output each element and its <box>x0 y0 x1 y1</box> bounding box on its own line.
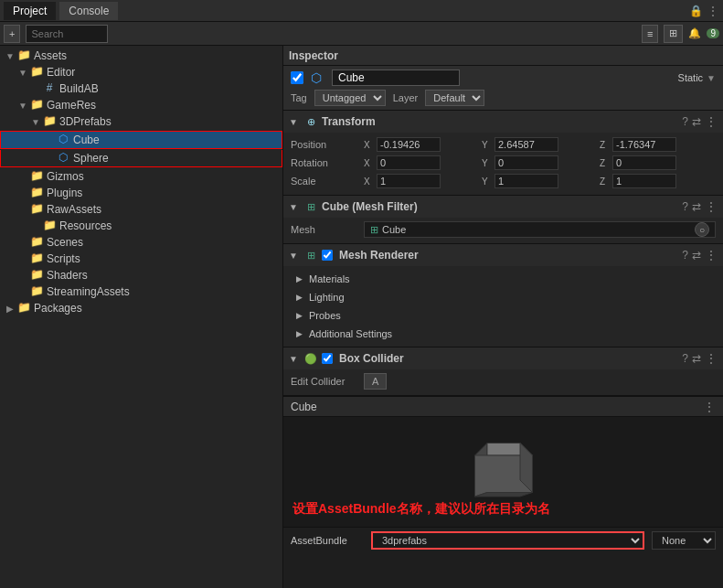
go-active-checkbox[interactable] <box>291 71 303 84</box>
mesh-value: ⊞ Cube ○ <box>364 221 716 238</box>
scripts-label: Scripts <box>47 252 80 265</box>
pos-x-axis: X <box>364 140 375 150</box>
mesh-renderer-help-btn[interactable]: ? <box>682 249 688 262</box>
tree-item-buildab[interactable]: # BuildAB <box>0 80 282 97</box>
box-collider-icon: 🟢 <box>303 351 318 366</box>
tree-item-sphere[interactable]: ⬡ Sphere <box>0 150 282 167</box>
mesh-renderer-enabled-checkbox[interactable] <box>322 250 333 261</box>
tree-item-packages[interactable]: ▶ 📁 Packages <box>0 300 282 316</box>
rot-x-input[interactable] <box>377 155 441 170</box>
tree-item-scenes[interactable]: 📁 Scenes <box>0 234 282 251</box>
folder-icon-gizmos: 📁 <box>29 169 44 184</box>
tree-item-gizmos[interactable]: 📁 Gizmos <box>0 168 282 185</box>
additional-settings-row[interactable]: ▶ Additional Settings <box>291 325 716 343</box>
project-tab[interactable]: Project <box>4 2 56 20</box>
arrow-assets: ▼ <box>4 51 16 61</box>
scale-x-field: X <box>364 174 480 188</box>
mesh-filter-header[interactable]: ▼ ⊞ Cube (Mesh Filter) ? ⇄ ⋮ <box>283 196 723 218</box>
mesh-filter-settings-btn[interactable]: ⇄ <box>692 200 701 213</box>
menu-dots-icon[interactable]: ⋮ <box>707 4 719 18</box>
probes-row[interactable]: ▶ Probes <box>291 306 716 325</box>
edit-collider-btn[interactable]: A <box>364 373 387 390</box>
mesh-renderer-header[interactable]: ▼ ⊞ Mesh Renderer ? ⇄ ⋮ <box>283 244 723 266</box>
tree-item-streamingassets[interactable]: 📁 StreamingAssets <box>0 283 282 300</box>
tree-item-assets[interactable]: ▼ 📁 Assets <box>0 48 282 64</box>
assetbundle-none-dropdown[interactable]: None <box>652 531 716 550</box>
pos-y-input[interactable] <box>494 137 558 152</box>
materials-row[interactable]: ▶ Materials <box>291 270 716 288</box>
search-input[interactable] <box>26 25 108 43</box>
tree-item-resources[interactable]: 📁 Resources <box>0 218 282 234</box>
inspector-header: Inspector <box>283 46 723 66</box>
transform-settings-btn[interactable]: ⇄ <box>692 115 701 128</box>
tree-item-gameres[interactable]: ▼ 📁 GameRes <box>0 97 282 113</box>
go-name-row: ⬡ Static ▼ <box>291 69 716 86</box>
mesh-renderer-settings-btn[interactable]: ⇄ <box>692 249 701 262</box>
rot-y-input[interactable] <box>494 155 558 170</box>
shaders-label: Shaders <box>47 269 88 282</box>
pos-z-input[interactable] <box>612 137 676 152</box>
file-tree: ▼ 📁 Assets ▼ 📁 Editor # BuildAB <box>0 46 282 588</box>
lighting-row[interactable]: ▶ Lighting <box>291 288 716 306</box>
mesh-renderer-menu-icon[interactable]: ⋮ <box>705 248 718 262</box>
transform-help-btn[interactable]: ? <box>682 115 688 128</box>
rot-x-field: X <box>364 155 480 170</box>
static-dropdown-arrow[interactable]: ▼ <box>707 73 716 83</box>
box-collider-header[interactable]: ▼ 🟢 Box Collider ? ⇄ ⋮ <box>283 347 723 369</box>
mesh-renderer-section: ▼ ⊞ Mesh Renderer ? ⇄ ⋮ ▶ Materials ▶ Li <box>283 244 723 347</box>
probes-arrow: ▶ <box>296 311 305 320</box>
box-collider-title: Box Collider <box>339 352 678 365</box>
tree-item-cube[interactable]: ⬡ Cube <box>0 131 282 149</box>
tree-item-rawassets[interactable]: 📁 RawAssets <box>0 201 282 218</box>
layer-dropdown[interactable]: Default <box>425 90 484 106</box>
project-panel: ▼ 📁 Assets ▼ 📁 Editor # BuildAB <box>0 46 283 588</box>
scale-x-axis: X <box>364 176 375 187</box>
box-collider-enabled-checkbox[interactable] <box>322 353 333 364</box>
top-tab-bar: Project Console 🔒 ⋮ <box>0 0 723 22</box>
sort-button[interactable]: ≡ <box>642 25 658 43</box>
position-label: Position <box>291 139 364 150</box>
transform-header[interactable]: ▼ ⊕ Transform ? ⇄ ⋮ <box>283 111 723 133</box>
pos-x-input[interactable] <box>377 137 441 152</box>
mesh-filter-help-btn[interactable]: ? <box>682 200 688 213</box>
rot-z-input[interactable] <box>612 155 676 170</box>
tree-item-plugins[interactable]: 📁 Plugins <box>0 185 282 201</box>
tree-item-scripts[interactable]: 📁 Scripts <box>0 251 282 267</box>
assetbundle-row: AssetBundle 3dprefabs None <box>283 527 723 553</box>
mesh-select-btn[interactable]: ○ <box>695 222 709 237</box>
box-collider-menu-icon[interactable]: ⋮ <box>705 351 718 366</box>
box-collider-settings-btn[interactable]: ⇄ <box>692 352 701 365</box>
add-button[interactable]: + <box>4 25 20 43</box>
scale-y-input[interactable] <box>494 174 558 188</box>
assetbundle-label: AssetBundle <box>291 535 364 546</box>
mesh-filter-title: Cube (Mesh Filter) <box>322 200 678 213</box>
tree-item-shaders[interactable]: 📁 Shaders <box>0 267 282 283</box>
console-tab[interactable]: Console <box>59 2 118 20</box>
tag-dropdown[interactable]: Untagged <box>314 90 386 106</box>
cube-label: Cube <box>73 134 100 146</box>
editor-label: Editor <box>47 66 75 79</box>
transform-menu-icon[interactable]: ⋮ <box>705 114 718 129</box>
mesh-filter-arrow: ▼ <box>289 202 300 212</box>
mesh-filter-menu-icon[interactable]: ⋮ <box>705 199 718 214</box>
tree-item-3dprefabs[interactable]: ▼ 📁 3DPrefabs <box>0 113 282 130</box>
scale-x-input[interactable] <box>377 174 441 188</box>
scale-row: Scale X Y Z <box>291 173 716 189</box>
mesh-renderer-arrow: ▼ <box>289 251 300 261</box>
tree-item-editor[interactable]: ▼ 📁 Editor <box>0 64 282 80</box>
filter-button[interactable]: ⊞ <box>664 25 683 43</box>
3dprefabs-label: 3DPrefabs <box>59 115 112 128</box>
scale-z-input[interactable] <box>612 174 676 188</box>
assetbundle-dropdown[interactable]: 3dprefabs <box>371 531 644 550</box>
plugins-label: Plugins <box>47 187 82 199</box>
streamingassets-label: StreamingAssets <box>47 285 130 298</box>
mesh-row: Mesh ⊞ Cube ○ <box>291 221 716 238</box>
arrow-editor: ▼ <box>16 68 29 78</box>
box-collider-help-btn[interactable]: ? <box>682 352 688 365</box>
go-name-input[interactable] <box>332 69 460 86</box>
scale-label: Scale <box>291 176 364 187</box>
mesh-filter-icon: ⊞ <box>303 199 318 214</box>
arrow-gameres: ▼ <box>16 101 29 111</box>
position-values: X Y Z <box>364 137 716 152</box>
preview-menu-icon[interactable]: ⋮ <box>703 400 716 414</box>
